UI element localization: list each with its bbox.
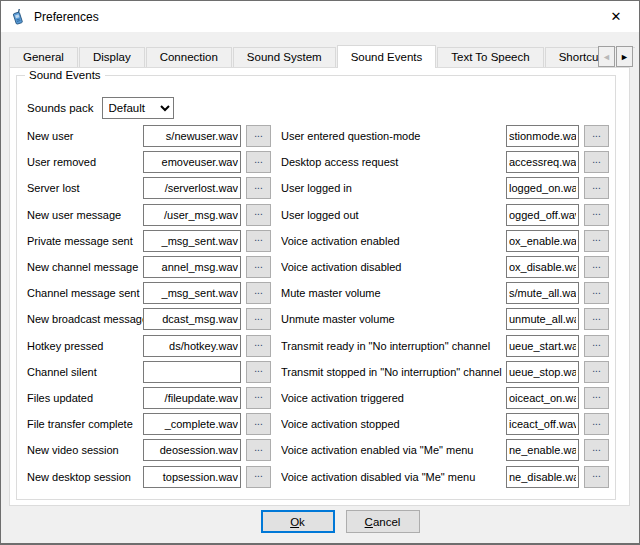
sound-event-row: Voice activation enabled via "Me" menu..… bbox=[281, 437, 609, 463]
sound-file-input[interactable] bbox=[143, 177, 241, 199]
sound-event-row: Voice activation stopped... bbox=[281, 411, 609, 437]
tab-sound-system[interactable]: Sound System bbox=[233, 47, 336, 68]
chevron-left-icon: ◄ bbox=[602, 52, 611, 62]
sound-event-row: Transmit stopped in "No interruption" ch… bbox=[281, 359, 609, 385]
sound-file-input[interactable] bbox=[506, 308, 579, 330]
tab-scroll-right-button[interactable]: ► bbox=[616, 46, 633, 67]
sound-file-input[interactable] bbox=[506, 387, 579, 409]
sound-file-input[interactable] bbox=[143, 439, 241, 461]
browse-button[interactable]: ... bbox=[246, 204, 271, 226]
tab-bar: General Display Connection Sound System … bbox=[9, 45, 635, 68]
browse-button[interactable]: ... bbox=[584, 308, 609, 330]
tab-text-to-speech[interactable]: Text To Speech bbox=[437, 47, 543, 68]
event-label: Voice activation disabled via "Me" menu bbox=[281, 471, 506, 483]
tab-scroll-left-button[interactable]: ◄ bbox=[598, 46, 615, 67]
sound-event-row: Server lost... bbox=[27, 175, 271, 201]
sound-file-input[interactable] bbox=[506, 204, 579, 226]
sound-file-input[interactable] bbox=[506, 439, 579, 461]
sound-file-input[interactable] bbox=[506, 335, 579, 357]
browse-button[interactable]: ... bbox=[584, 204, 609, 226]
sound-event-row: Private message sent... bbox=[27, 228, 271, 254]
browse-button[interactable]: ... bbox=[584, 335, 609, 357]
sound-event-row: New video session... bbox=[27, 437, 271, 463]
sound-file-input[interactable] bbox=[143, 204, 241, 226]
browse-button[interactable]: ... bbox=[584, 466, 609, 488]
tab-sound-events[interactable]: Sound Events bbox=[337, 45, 437, 68]
sound-file-input[interactable] bbox=[143, 125, 241, 147]
browse-button[interactable]: ... bbox=[246, 335, 271, 357]
sound-file-input[interactable] bbox=[506, 151, 579, 173]
browse-button[interactable]: ... bbox=[584, 256, 609, 278]
browse-button[interactable]: ... bbox=[246, 151, 271, 173]
sound-events-tab-page: Sound Events Sounds pack Default New use… bbox=[9, 67, 630, 506]
event-label: New broadcast message bbox=[27, 313, 143, 325]
sound-file-input[interactable] bbox=[506, 125, 579, 147]
browse-button[interactable]: ... bbox=[246, 361, 271, 383]
sound-event-row: Desktop access request... bbox=[281, 149, 609, 175]
dialog-footer: Ok Cancel bbox=[1, 510, 639, 535]
browse-button[interactable]: ... bbox=[246, 125, 271, 147]
cancel-button[interactable]: Cancel bbox=[346, 510, 420, 533]
sound-file-input[interactable] bbox=[143, 256, 241, 278]
event-label: User entered question-mode bbox=[281, 130, 506, 142]
sounds-pack-select[interactable]: Default bbox=[102, 97, 174, 119]
tab-display[interactable]: Display bbox=[79, 47, 145, 68]
sound-file-input[interactable] bbox=[506, 230, 579, 252]
browse-button[interactable]: ... bbox=[584, 439, 609, 461]
browse-button[interactable]: ... bbox=[246, 230, 271, 252]
app-icon bbox=[10, 9, 26, 25]
browse-button[interactable]: ... bbox=[584, 413, 609, 435]
browse-button[interactable]: ... bbox=[584, 361, 609, 383]
browse-button[interactable]: ... bbox=[246, 387, 271, 409]
sound-file-input[interactable] bbox=[143, 308, 241, 330]
tab-connection[interactable]: Connection bbox=[146, 47, 232, 68]
browse-button[interactable]: ... bbox=[246, 256, 271, 278]
browse-button[interactable]: ... bbox=[246, 413, 271, 435]
sound-event-row: Mute master volume... bbox=[281, 280, 609, 306]
browse-button[interactable]: ... bbox=[584, 282, 609, 304]
sound-file-input[interactable] bbox=[506, 413, 579, 435]
browse-button[interactable]: ... bbox=[246, 308, 271, 330]
event-label: Channel silent bbox=[27, 366, 143, 378]
sound-file-input[interactable] bbox=[143, 151, 241, 173]
sound-event-row: User entered question-mode... bbox=[281, 123, 609, 149]
event-label: New user bbox=[27, 130, 143, 142]
event-label: Mute master volume bbox=[281, 287, 506, 299]
browse-button[interactable]: ... bbox=[246, 177, 271, 199]
event-label: Voice activation stopped bbox=[281, 418, 506, 430]
browse-button[interactable]: ... bbox=[246, 466, 271, 488]
close-icon[interactable]: ✕ bbox=[593, 1, 639, 32]
sound-file-input[interactable] bbox=[143, 230, 241, 252]
browse-button[interactable]: ... bbox=[246, 282, 271, 304]
sounds-pack-row: Sounds pack Default bbox=[27, 97, 174, 119]
sound-file-input[interactable] bbox=[143, 466, 241, 488]
sound-event-row: Channel silent... bbox=[27, 359, 271, 385]
sound-event-row: Hotkey pressed... bbox=[27, 333, 271, 359]
event-label: File transfer complete bbox=[27, 418, 143, 430]
browse-button[interactable]: ... bbox=[584, 387, 609, 409]
sound-file-input[interactable] bbox=[506, 361, 579, 383]
browse-button[interactable]: ... bbox=[584, 125, 609, 147]
chevron-right-icon: ► bbox=[620, 52, 629, 62]
sound-file-input[interactable] bbox=[506, 256, 579, 278]
sound-file-input[interactable] bbox=[143, 335, 241, 357]
sound-event-row: New user message... bbox=[27, 202, 271, 228]
sound-file-input[interactable] bbox=[506, 282, 579, 304]
tab-general[interactable]: General bbox=[9, 47, 78, 68]
sound-event-row: Voice activation disabled via "Me" menu.… bbox=[281, 463, 609, 489]
sound-file-input[interactable] bbox=[506, 466, 579, 488]
sound-event-row: User logged in... bbox=[281, 175, 609, 201]
browse-button[interactable]: ... bbox=[584, 230, 609, 252]
sound-event-row: Channel message sent... bbox=[27, 280, 271, 306]
browse-button[interactable]: ... bbox=[584, 177, 609, 199]
sound-file-input[interactable] bbox=[506, 177, 579, 199]
sound-file-input[interactable] bbox=[143, 361, 241, 383]
ok-button[interactable]: Ok bbox=[261, 510, 335, 533]
browse-button[interactable]: ... bbox=[246, 439, 271, 461]
browse-button[interactable]: ... bbox=[584, 151, 609, 173]
sound-event-row: Voice activation triggered... bbox=[281, 385, 609, 411]
sound-file-input[interactable] bbox=[143, 387, 241, 409]
sound-file-input[interactable] bbox=[143, 282, 241, 304]
event-label: Transmit stopped in "No interruption" ch… bbox=[281, 366, 506, 378]
sound-file-input[interactable] bbox=[143, 413, 241, 435]
